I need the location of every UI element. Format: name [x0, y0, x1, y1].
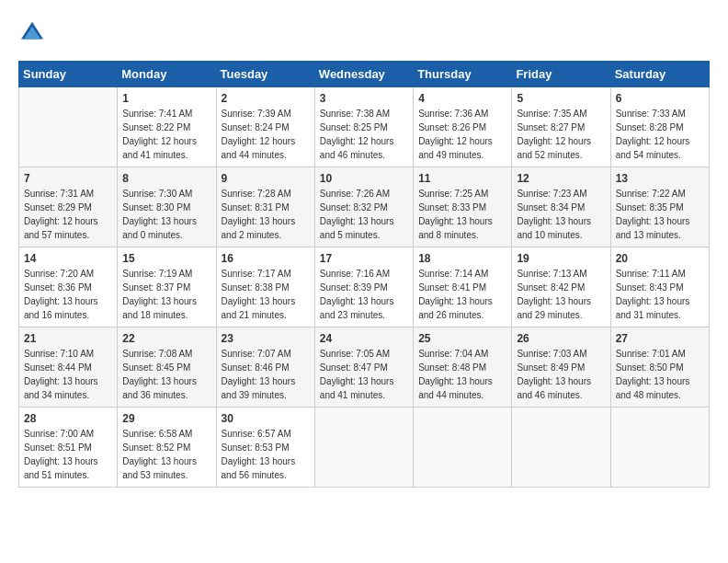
calendar-cell: 13Sunrise: 7:22 AM Sunset: 8:35 PM Dayli… — [610, 167, 709, 247]
calendar-cell: 11Sunrise: 7:25 AM Sunset: 8:33 PM Dayli… — [414, 167, 512, 247]
col-header-monday: Monday — [118, 62, 216, 87]
day-info: Sunrise: 7:10 AM Sunset: 8:44 PM Dayligh… — [24, 347, 112, 402]
logo — [18, 18, 50, 46]
day-number: 23 — [222, 332, 310, 345]
calendar-cell: 1Sunrise: 7:41 AM Sunset: 8:22 PM Daylig… — [118, 87, 216, 167]
day-info: Sunrise: 7:17 AM Sunset: 8:38 PM Dayligh… — [222, 267, 310, 322]
day-info: Sunrise: 7:38 AM Sunset: 8:25 PM Dayligh… — [320, 107, 408, 162]
day-info: Sunrise: 7:05 AM Sunset: 8:47 PM Dayligh… — [320, 347, 408, 402]
day-info: Sunrise: 7:14 AM Sunset: 8:41 PM Dayligh… — [418, 267, 506, 322]
calendar-cell: 17Sunrise: 7:16 AM Sunset: 8:39 PM Dayli… — [314, 247, 413, 327]
calendar-cell — [314, 408, 413, 488]
day-info: Sunrise: 7:00 AM Sunset: 8:51 PM Dayligh… — [24, 427, 112, 482]
calendar-cell: 2Sunrise: 7:39 AM Sunset: 8:24 PM Daylig… — [216, 87, 314, 167]
day-number: 17 — [320, 252, 408, 265]
calendar-cell: 21Sunrise: 7:10 AM Sunset: 8:44 PM Dayli… — [19, 327, 118, 408]
day-number: 10 — [320, 172, 408, 185]
day-number: 14 — [24, 252, 112, 265]
day-number: 3 — [320, 92, 408, 105]
day-info: Sunrise: 7:11 AM Sunset: 8:43 PM Dayligh… — [616, 267, 704, 322]
day-number: 11 — [418, 172, 506, 185]
week-row-4: 21Sunrise: 7:10 AM Sunset: 8:44 PM Dayli… — [19, 327, 710, 408]
day-number: 16 — [222, 252, 310, 265]
calendar-cell: 24Sunrise: 7:05 AM Sunset: 8:47 PM Dayli… — [314, 327, 413, 408]
day-number: 28 — [24, 412, 112, 425]
calendar-cell — [512, 408, 610, 488]
calendar-cell: 7Sunrise: 7:31 AM Sunset: 8:29 PM Daylig… — [19, 167, 118, 247]
calendar-cell: 22Sunrise: 7:08 AM Sunset: 8:45 PM Dayli… — [118, 327, 216, 408]
calendar-header-row: SundayMondayTuesdayWednesdayThursdayFrid… — [19, 62, 710, 87]
day-info: Sunrise: 7:35 AM Sunset: 8:27 PM Dayligh… — [517, 107, 605, 162]
day-info: Sunrise: 7:31 AM Sunset: 8:29 PM Dayligh… — [24, 187, 112, 242]
day-number: 20 — [616, 252, 704, 265]
day-number: 4 — [418, 92, 506, 105]
calendar-cell: 23Sunrise: 7:07 AM Sunset: 8:46 PM Dayli… — [216, 327, 314, 408]
calendar-cell: 10Sunrise: 7:26 AM Sunset: 8:32 PM Dayli… — [314, 167, 413, 247]
day-info: Sunrise: 7:28 AM Sunset: 8:31 PM Dayligh… — [222, 187, 310, 242]
calendar-cell: 27Sunrise: 7:01 AM Sunset: 8:50 PM Dayli… — [610, 327, 709, 408]
day-info: Sunrise: 6:58 AM Sunset: 8:52 PM Dayligh… — [122, 427, 210, 482]
day-number: 2 — [222, 92, 310, 105]
day-number: 21 — [24, 332, 112, 345]
calendar-cell: 28Sunrise: 7:00 AM Sunset: 8:51 PM Dayli… — [19, 408, 118, 488]
calendar-cell: 25Sunrise: 7:04 AM Sunset: 8:48 PM Dayli… — [414, 327, 512, 408]
day-info: Sunrise: 7:23 AM Sunset: 8:34 PM Dayligh… — [517, 187, 605, 242]
day-number: 26 — [517, 332, 605, 345]
col-header-friday: Friday — [512, 62, 610, 87]
col-header-sunday: Sunday — [19, 62, 118, 87]
day-info: Sunrise: 7:03 AM Sunset: 8:49 PM Dayligh… — [517, 347, 605, 402]
day-number: 8 — [122, 172, 210, 185]
day-info: Sunrise: 7:13 AM Sunset: 8:42 PM Dayligh… — [517, 267, 605, 322]
day-number: 19 — [517, 252, 605, 265]
day-info: Sunrise: 7:25 AM Sunset: 8:33 PM Dayligh… — [418, 187, 506, 242]
day-number: 18 — [418, 252, 506, 265]
day-number: 30 — [222, 412, 310, 425]
calendar-cell — [19, 87, 118, 167]
page-header — [18, 18, 710, 46]
calendar-cell: 29Sunrise: 6:58 AM Sunset: 8:52 PM Dayli… — [118, 408, 216, 488]
col-header-saturday: Saturday — [610, 62, 709, 87]
calendar-cell: 15Sunrise: 7:19 AM Sunset: 8:37 PM Dayli… — [118, 247, 216, 327]
day-number: 25 — [418, 332, 506, 345]
day-info: Sunrise: 7:01 AM Sunset: 8:50 PM Dayligh… — [616, 347, 704, 402]
logo-icon — [18, 18, 46, 46]
week-row-3: 14Sunrise: 7:20 AM Sunset: 8:36 PM Dayli… — [19, 247, 710, 327]
calendar-cell: 8Sunrise: 7:30 AM Sunset: 8:30 PM Daylig… — [118, 167, 216, 247]
day-info: Sunrise: 7:26 AM Sunset: 8:32 PM Dayligh… — [320, 187, 408, 242]
day-info: Sunrise: 7:07 AM Sunset: 8:46 PM Dayligh… — [222, 347, 310, 402]
col-header-thursday: Thursday — [414, 62, 512, 87]
calendar-cell: 20Sunrise: 7:11 AM Sunset: 8:43 PM Dayli… — [610, 247, 709, 327]
week-row-1: 1Sunrise: 7:41 AM Sunset: 8:22 PM Daylig… — [19, 87, 710, 167]
calendar-table: SundayMondayTuesdayWednesdayThursdayFrid… — [18, 61, 710, 488]
week-row-2: 7Sunrise: 7:31 AM Sunset: 8:29 PM Daylig… — [19, 167, 710, 247]
calendar-cell: 26Sunrise: 7:03 AM Sunset: 8:49 PM Dayli… — [512, 327, 610, 408]
day-info: Sunrise: 7:39 AM Sunset: 8:24 PM Dayligh… — [222, 107, 310, 162]
calendar-cell: 18Sunrise: 7:14 AM Sunset: 8:41 PM Dayli… — [414, 247, 512, 327]
day-number: 6 — [616, 92, 704, 105]
calendar-cell: 6Sunrise: 7:33 AM Sunset: 8:28 PM Daylig… — [610, 87, 709, 167]
col-header-wednesday: Wednesday — [314, 62, 413, 87]
day-number: 12 — [517, 172, 605, 185]
day-info: Sunrise: 7:04 AM Sunset: 8:48 PM Dayligh… — [418, 347, 506, 402]
day-info: Sunrise: 7:41 AM Sunset: 8:22 PM Dayligh… — [122, 107, 210, 162]
day-info: Sunrise: 7:08 AM Sunset: 8:45 PM Dayligh… — [122, 347, 210, 402]
day-number: 1 — [122, 92, 210, 105]
day-number: 5 — [517, 92, 605, 105]
day-info: Sunrise: 7:36 AM Sunset: 8:26 PM Dayligh… — [418, 107, 506, 162]
calendar-cell: 12Sunrise: 7:23 AM Sunset: 8:34 PM Dayli… — [512, 167, 610, 247]
day-number: 27 — [616, 332, 704, 345]
day-info: Sunrise: 7:30 AM Sunset: 8:30 PM Dayligh… — [122, 187, 210, 242]
day-info: Sunrise: 7:16 AM Sunset: 8:39 PM Dayligh… — [320, 267, 408, 322]
calendar-cell — [414, 408, 512, 488]
calendar-cell: 16Sunrise: 7:17 AM Sunset: 8:38 PM Dayli… — [216, 247, 314, 327]
day-info: Sunrise: 7:20 AM Sunset: 8:36 PM Dayligh… — [24, 267, 112, 322]
day-number: 22 — [122, 332, 210, 345]
day-number: 9 — [222, 172, 310, 185]
calendar-cell: 5Sunrise: 7:35 AM Sunset: 8:27 PM Daylig… — [512, 87, 610, 167]
calendar-cell: 9Sunrise: 7:28 AM Sunset: 8:31 PM Daylig… — [216, 167, 314, 247]
day-number: 7 — [24, 172, 112, 185]
calendar-cell: 30Sunrise: 6:57 AM Sunset: 8:53 PM Dayli… — [216, 408, 314, 488]
day-number: 13 — [616, 172, 704, 185]
week-row-5: 28Sunrise: 7:00 AM Sunset: 8:51 PM Dayli… — [19, 408, 710, 488]
day-info: Sunrise: 7:19 AM Sunset: 8:37 PM Dayligh… — [122, 267, 210, 322]
